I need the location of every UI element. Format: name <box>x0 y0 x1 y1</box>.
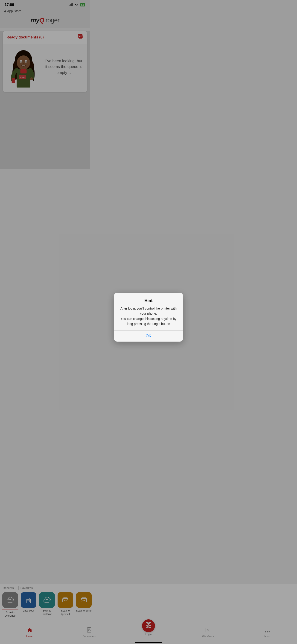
modal-overlay <box>0 0 90 194</box>
